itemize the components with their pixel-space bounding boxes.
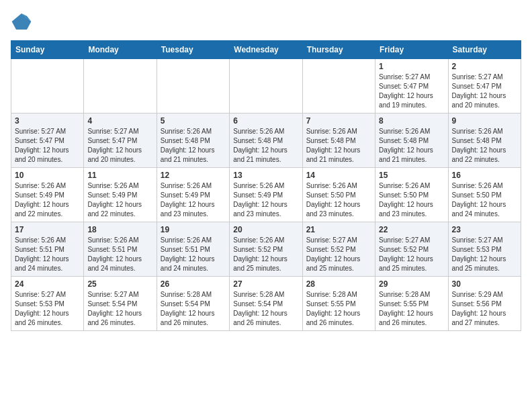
day-number: 7 [306, 116, 371, 126]
calendar-cell: 18Sunrise: 5:26 AM Sunset: 5:51 PM Dayli… [84, 222, 157, 277]
day-number: 13 [233, 171, 298, 180]
calendar-week-3: 10Sunrise: 5:26 AM Sunset: 5:49 PM Dayli… [11, 168, 521, 222]
day-number: 23 [452, 225, 517, 234]
col-header-monday: Monday [84, 41, 157, 59]
col-header-friday: Friday [375, 41, 448, 59]
col-header-tuesday: Tuesday [157, 41, 229, 59]
day-info: Sunrise: 5:27 AM Sunset: 5:54 PM Dayligh… [87, 290, 152, 328]
calendar-cell [302, 59, 375, 113]
day-number: 29 [379, 279, 444, 289]
day-number: 15 [379, 171, 444, 180]
day-info: Sunrise: 5:26 AM Sunset: 5:48 PM Dayligh… [379, 127, 444, 165]
day-info: Sunrise: 5:26 AM Sunset: 5:49 PM Dayligh… [233, 181, 298, 219]
calendar-cell: 2Sunrise: 5:27 AM Sunset: 5:47 PM Daylig… [448, 59, 521, 113]
day-number: 5 [161, 116, 226, 126]
calendar-cell [84, 59, 157, 113]
calendar-cell: 17Sunrise: 5:26 AM Sunset: 5:51 PM Dayli… [11, 222, 84, 277]
day-info: Sunrise: 5:27 AM Sunset: 5:53 PM Dayligh… [452, 236, 517, 273]
day-info: Sunrise: 5:28 AM Sunset: 5:54 PM Dayligh… [233, 290, 298, 328]
day-info: Sunrise: 5:27 AM Sunset: 5:52 PM Dayligh… [379, 236, 444, 273]
calendar-week-5: 24Sunrise: 5:27 AM Sunset: 5:53 PM Dayli… [11, 277, 521, 331]
day-info: Sunrise: 5:27 AM Sunset: 5:47 PM Dayligh… [15, 127, 80, 165]
day-info: Sunrise: 5:26 AM Sunset: 5:50 PM Dayligh… [452, 181, 517, 219]
day-info: Sunrise: 5:26 AM Sunset: 5:49 PM Dayligh… [15, 181, 80, 219]
day-number: 11 [87, 171, 152, 180]
calendar-table: SundayMondayTuesdayWednesdayThursdayFrid… [11, 40, 521, 331]
calendar-header-row: SundayMondayTuesdayWednesdayThursdayFrid… [11, 41, 521, 59]
calendar-cell: 3Sunrise: 5:27 AM Sunset: 5:47 PM Daylig… [11, 113, 84, 168]
calendar-cell: 9Sunrise: 5:26 AM Sunset: 5:48 PM Daylig… [448, 113, 521, 168]
day-number: 28 [306, 279, 371, 289]
calendar-cell: 26Sunrise: 5:28 AM Sunset: 5:54 PM Dayli… [157, 277, 229, 331]
calendar-cell: 29Sunrise: 5:28 AM Sunset: 5:55 PM Dayli… [375, 277, 448, 331]
day-info: Sunrise: 5:27 AM Sunset: 5:47 PM Dayligh… [452, 73, 517, 110]
day-info: Sunrise: 5:26 AM Sunset: 5:51 PM Dayligh… [15, 236, 80, 273]
day-info: Sunrise: 5:26 AM Sunset: 5:48 PM Dayligh… [233, 127, 298, 165]
logo [11, 11, 35, 32]
col-header-saturday: Saturday [448, 41, 521, 59]
calendar-cell: 7Sunrise: 5:26 AM Sunset: 5:48 PM Daylig… [302, 113, 375, 168]
day-info: Sunrise: 5:26 AM Sunset: 5:49 PM Dayligh… [161, 181, 226, 219]
col-header-wednesday: Wednesday [230, 41, 302, 59]
day-number: 27 [233, 279, 298, 289]
day-info: Sunrise: 5:26 AM Sunset: 5:48 PM Dayligh… [161, 127, 226, 165]
day-number: 6 [233, 116, 298, 126]
calendar-week-2: 3Sunrise: 5:27 AM Sunset: 5:47 PM Daylig… [11, 113, 521, 168]
col-header-thursday: Thursday [302, 41, 375, 59]
calendar-cell: 6Sunrise: 5:26 AM Sunset: 5:48 PM Daylig… [230, 113, 302, 168]
day-number: 25 [87, 279, 152, 289]
calendar-cell: 15Sunrise: 5:26 AM Sunset: 5:50 PM Dayli… [375, 168, 448, 222]
calendar-cell: 8Sunrise: 5:26 AM Sunset: 5:48 PM Daylig… [375, 113, 448, 168]
logo-icon [11, 11, 32, 32]
day-info: Sunrise: 5:27 AM Sunset: 5:47 PM Dayligh… [379, 73, 444, 110]
day-number: 20 [233, 225, 298, 234]
day-number: 2 [452, 62, 517, 71]
calendar-cell [11, 59, 84, 113]
day-info: Sunrise: 5:28 AM Sunset: 5:55 PM Dayligh… [306, 290, 371, 328]
day-number: 3 [15, 116, 80, 126]
col-header-sunday: Sunday [11, 41, 84, 59]
calendar-cell: 22Sunrise: 5:27 AM Sunset: 5:52 PM Dayli… [375, 222, 448, 277]
day-number: 4 [87, 116, 152, 126]
day-info: Sunrise: 5:26 AM Sunset: 5:48 PM Dayligh… [452, 127, 517, 165]
day-info: Sunrise: 5:26 AM Sunset: 5:49 PM Dayligh… [87, 181, 152, 219]
calendar-cell: 14Sunrise: 5:26 AM Sunset: 5:50 PM Dayli… [302, 168, 375, 222]
day-info: Sunrise: 5:26 AM Sunset: 5:51 PM Dayligh… [161, 236, 226, 273]
calendar-cell: 24Sunrise: 5:27 AM Sunset: 5:53 PM Dayli… [11, 277, 84, 331]
day-info: Sunrise: 5:26 AM Sunset: 5:50 PM Dayligh… [379, 181, 444, 219]
day-number: 19 [161, 225, 226, 234]
calendar-cell [157, 59, 229, 113]
calendar-cell: 23Sunrise: 5:27 AM Sunset: 5:53 PM Dayli… [448, 222, 521, 277]
day-number: 8 [379, 116, 444, 126]
day-number: 9 [452, 116, 517, 126]
day-info: Sunrise: 5:28 AM Sunset: 5:55 PM Dayligh… [379, 290, 444, 328]
day-info: Sunrise: 5:27 AM Sunset: 5:47 PM Dayligh… [87, 127, 152, 165]
calendar-cell: 16Sunrise: 5:26 AM Sunset: 5:50 PM Dayli… [448, 168, 521, 222]
page-header [11, 11, 521, 32]
day-number: 21 [306, 225, 371, 234]
calendar-cell: 1Sunrise: 5:27 AM Sunset: 5:47 PM Daylig… [375, 59, 448, 113]
day-number: 18 [87, 225, 152, 234]
calendar-cell: 28Sunrise: 5:28 AM Sunset: 5:55 PM Dayli… [302, 277, 375, 331]
day-number: 30 [452, 279, 517, 289]
calendar-cell: 12Sunrise: 5:26 AM Sunset: 5:49 PM Dayli… [157, 168, 229, 222]
calendar-cell: 21Sunrise: 5:27 AM Sunset: 5:52 PM Dayli… [302, 222, 375, 277]
day-number: 24 [15, 279, 80, 289]
day-info: Sunrise: 5:27 AM Sunset: 5:52 PM Dayligh… [306, 236, 371, 273]
day-info: Sunrise: 5:26 AM Sunset: 5:51 PM Dayligh… [87, 236, 152, 273]
day-number: 16 [452, 171, 517, 180]
calendar-cell: 4Sunrise: 5:27 AM Sunset: 5:47 PM Daylig… [84, 113, 157, 168]
day-number: 10 [15, 171, 80, 180]
calendar-week-1: 1Sunrise: 5:27 AM Sunset: 5:47 PM Daylig… [11, 59, 521, 113]
day-info: Sunrise: 5:27 AM Sunset: 5:53 PM Dayligh… [15, 290, 80, 328]
calendar-cell [230, 59, 302, 113]
day-info: Sunrise: 5:29 AM Sunset: 5:56 PM Dayligh… [452, 290, 517, 328]
calendar-cell: 19Sunrise: 5:26 AM Sunset: 5:51 PM Dayli… [157, 222, 229, 277]
svg-marker-0 [12, 13, 32, 30]
calendar-cell: 11Sunrise: 5:26 AM Sunset: 5:49 PM Dayli… [84, 168, 157, 222]
day-number: 22 [379, 225, 444, 234]
calendar-cell: 10Sunrise: 5:26 AM Sunset: 5:49 PM Dayli… [11, 168, 84, 222]
calendar-week-4: 17Sunrise: 5:26 AM Sunset: 5:51 PM Dayli… [11, 222, 521, 277]
day-number: 17 [15, 225, 80, 234]
calendar-cell: 30Sunrise: 5:29 AM Sunset: 5:56 PM Dayli… [448, 277, 521, 331]
